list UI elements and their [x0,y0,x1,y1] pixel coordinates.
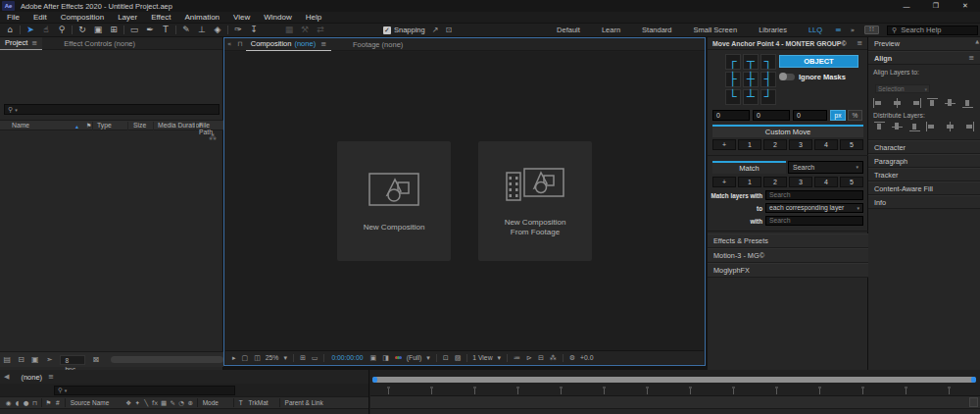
send-icon[interactable]: ➣ [42,355,56,364]
panel-paragraph[interactable]: Paragraph [868,154,980,168]
fast-previews-icon[interactable]: ⊳ [526,354,532,362]
home-tool-icon[interactable]: ⌂ [2,24,18,36]
menu-layer[interactable]: Layer [111,12,144,24]
menu-help[interactable]: Help [299,12,328,24]
share-frame-icon[interactable]: ◫ [254,354,261,362]
distribute-h-center-icon[interactable] [944,122,956,131]
fit-frame-icon[interactable]: ⊡ [445,26,452,34]
project-columns-header[interactable]: NameTypeSizeMedia DurationFile Path▲⚑ [0,120,223,130]
timeline-search-field[interactable]: ⚲ ▾ [54,386,235,395]
brush-tool-icon[interactable]: ✎ [178,24,194,36]
with-input[interactable]: Search [765,216,863,226]
3d-layer-icon[interactable]: ⊕ [186,399,195,407]
pan-behind-tool-icon[interactable]: ⊞ [106,24,122,36]
workspace-llq[interactable]: LLQ [798,26,833,34]
pen-tool-icon[interactable]: ✒ [142,24,158,36]
panel-preview[interactable]: Preview [868,37,980,51]
roi-icon[interactable]: ⊡ [443,354,449,362]
panel-tracker[interactable]: Tracker [868,168,980,181]
to-dropdown[interactable]: each corresponding layer ▾ [765,203,863,213]
expand-arrows-icon[interactable]: ↗ [432,26,439,34]
dropdown-icon[interactable]: ▾ [498,354,502,362]
custom-slot-+[interactable]: + [712,139,736,150]
video-eye-icon[interactable]: ◉ [4,399,13,407]
snapping-toggle[interactable]: ✓ Snapping [383,26,425,34]
pixel-aspect-icon[interactable]: ≔ [514,354,520,362]
magnification-level[interactable]: 25% [266,354,279,361]
anchor-bottom-left-button[interactable]: └ [725,89,741,105]
ignore-masks-toggle[interactable] [779,74,795,80]
roto-brush-tool-icon[interactable]: ✑ [230,24,246,36]
clone-stamp-tool-icon[interactable]: ⊥ [194,24,210,36]
menu-file[interactable]: File [0,12,26,24]
lock-icon[interactable]: ⊓ [30,399,39,407]
grid-guides-icon[interactable]: ⊞ [300,354,306,362]
timeline-corner-widget[interactable] [969,397,978,407]
workspace-libraries[interactable]: Libraries [748,26,798,34]
exposure-gear-icon[interactable]: ⚙ [569,354,575,362]
panel-character[interactable]: Character [868,140,980,154]
sort-icon[interactable]: ▲ [74,124,79,129]
time-ruler[interactable] [370,384,980,396]
camera-tool-icon[interactable]: ▣ [90,24,106,36]
hand-tool-icon[interactable]: ☝ [38,24,54,36]
panel-collapse-icon[interactable]: « [227,40,231,48]
new-composition-icon[interactable]: ▣ [28,355,42,364]
workspace-overflow-icon[interactable]: » [851,26,855,34]
custom-slot-1[interactable]: 1 [738,139,761,150]
panel-motion-3-mg-[interactable]: Motion-3 - MG© [708,248,868,263]
custom-slot-3[interactable]: 3 [789,139,812,150]
anchor-left-button[interactable]: ├ [725,72,741,87]
panel-collapse-icon[interactable]: ◀ [4,373,9,381]
panel-menu-icon[interactable]: ≡ [968,54,974,62]
selection-tool-icon[interactable]: ➤ [23,24,38,36]
collapse-transforms-icon[interactable]: ✦ [133,399,142,407]
column-name[interactable]: Name [12,122,29,129]
workspace-default[interactable]: Default [546,26,591,34]
eraser-tool-icon[interactable]: ◈ [210,24,225,36]
type-tool-icon[interactable]: T [158,24,173,36]
t-column[interactable]: T [239,399,243,406]
timeline-tab-none[interactable]: (none) [21,373,42,382]
search-options-icon[interactable]: ▾ [15,107,18,113]
workspace-learn[interactable]: Learn [591,26,631,34]
shy-icon[interactable]: ❖ [124,399,133,407]
distribute-left-icon[interactable] [926,122,939,131]
match-slot-4[interactable]: 4 [814,177,838,187]
project-flowchart-icon[interactable]: ⁂ [209,133,217,142]
distribute-right-icon[interactable] [961,122,974,131]
anchor-top-left-button[interactable]: ┌ [725,54,741,70]
close-button[interactable]: ✕ [951,0,980,12]
project-scrollbar[interactable] [111,356,223,363]
match-slot-1[interactable]: 1 [738,177,761,187]
align-v-center-icon[interactable] [944,98,956,108]
snapping-checkbox[interactable]: ✓ [383,26,391,34]
tag-icon[interactable]: ⚑ [44,399,53,407]
align-h-center-icon[interactable] [891,98,904,108]
anchor-center-button[interactable]: ┼ [743,72,759,87]
main-viewer-icon[interactable]: ▢ [242,354,249,362]
custom-slot-2[interactable]: 2 [763,139,787,150]
panel-info[interactable]: Info [868,195,980,209]
distribute-bottom-icon[interactable] [908,122,921,131]
navigator-end-handle[interactable] [971,377,976,383]
exposure[interactable]: +0.0 [580,354,593,361]
quality-icon[interactable]: ╲ [142,399,151,407]
align-bottom-icon[interactable] [961,98,974,108]
workspace-standard[interactable]: Standard [631,26,682,34]
y-offset-input[interactable]: 0 [753,110,790,121]
panel-moglyphfx[interactable]: MoglyphFX [708,263,868,278]
flowchart-icon[interactable]: ⁂ [550,354,557,362]
time-navigator[interactable] [372,377,976,383]
bpc-button[interactable]: 8 bpc [60,355,84,365]
tab-footage[interactable]: Footage (none) [353,40,403,49]
menu-view[interactable]: View [226,12,257,24]
fx-icon[interactable]: fx [151,399,160,407]
align-left-icon[interactable] [873,98,886,108]
solo-icon[interactable]: ● [22,399,30,407]
workspace-small-screen[interactable]: Small Screen [683,26,749,34]
custom-slot-5[interactable]: 5 [840,139,863,150]
panel-align[interactable]: Align ≡ [868,51,980,65]
menu-effect[interactable]: Effect [144,12,177,24]
anchor-top-right-button[interactable]: ┐ [760,54,776,70]
